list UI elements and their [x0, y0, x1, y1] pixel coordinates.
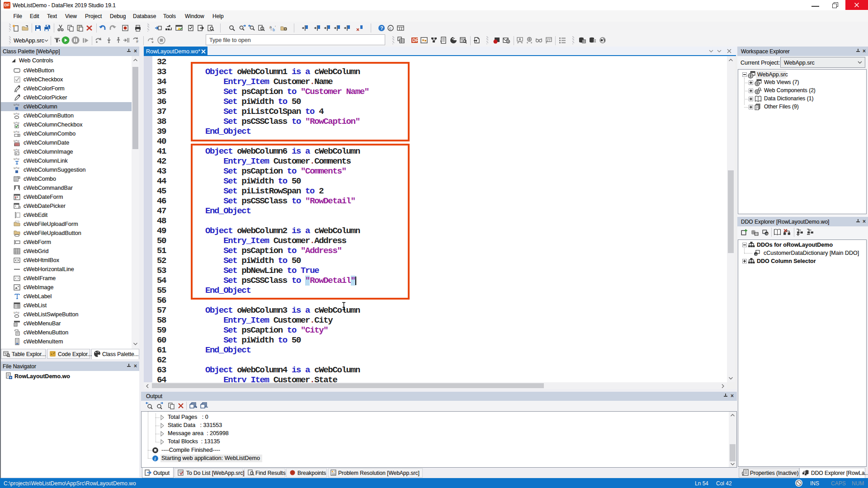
- svg-text:u˄u: u˄u: [14, 157, 19, 161]
- svg-text:u˄u: u˄u: [14, 121, 19, 125]
- svg-text:m: m: [755, 253, 757, 256]
- svg-text:i: i: [155, 456, 156, 461]
- svg-text:c: c: [389, 26, 392, 31]
- svg-text:m: m: [766, 232, 768, 235]
- svg-text:#: #: [136, 39, 138, 44]
- svg-text:u˄u: u˄u: [14, 103, 19, 107]
- svg-text:DF: DF: [412, 38, 418, 43]
- svg-text:b: b: [273, 28, 275, 32]
- svg-text:u˄u: u˄u: [14, 130, 19, 134]
- svg-text:?: ?: [380, 25, 383, 31]
- svg-text:u˄u: u˄u: [14, 148, 19, 152]
- svg-text:u˄u: u˄u: [14, 112, 19, 116]
- svg-text:u˄u: u˄u: [14, 139, 19, 143]
- svg-text:a: a: [269, 25, 272, 29]
- svg-text:u˄u: u˄u: [14, 166, 19, 170]
- svg-text:u˄u: u˄u: [14, 311, 19, 314]
